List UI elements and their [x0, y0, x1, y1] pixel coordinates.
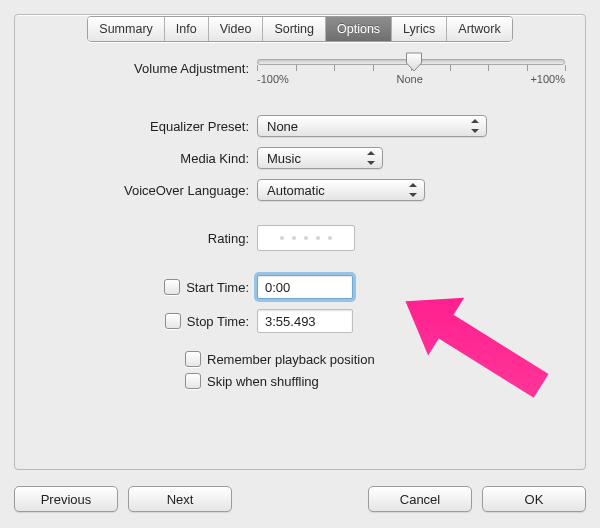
- start-time-value: 0:00: [265, 280, 290, 295]
- slider-max-label: +100%: [530, 73, 565, 87]
- tab-label: Options: [337, 22, 380, 36]
- slider-mid-label: None: [396, 73, 422, 87]
- rating-dot: [328, 236, 332, 240]
- updown-arrows-icon: [408, 183, 418, 197]
- equalizer-select[interactable]: None: [257, 115, 487, 137]
- tab-label: Video: [220, 22, 252, 36]
- tab-sorting[interactable]: Sorting: [263, 17, 326, 41]
- media-kind-label: Media Kind:: [29, 151, 257, 166]
- updown-arrows-icon: [470, 119, 480, 133]
- skip-shuffling-checkbox[interactable]: [185, 373, 201, 389]
- cancel-button[interactable]: Cancel: [368, 486, 472, 512]
- stop-time-checkbox[interactable]: [165, 313, 181, 329]
- button-label: OK: [525, 492, 544, 507]
- options-form: Volume Adjustment:: [29, 51, 571, 455]
- tab-label: Sorting: [274, 22, 314, 36]
- rating-dot: [280, 236, 284, 240]
- ok-button[interactable]: OK: [482, 486, 586, 512]
- media-kind-value: Music: [267, 151, 301, 166]
- previous-button[interactable]: Previous: [14, 486, 118, 512]
- dialog-button-bar: Previous Next Cancel OK: [14, 484, 586, 514]
- remember-position-checkbox[interactable]: [185, 351, 201, 367]
- tab-video[interactable]: Video: [209, 17, 264, 41]
- tab-options[interactable]: Options: [326, 17, 392, 41]
- tab-label: Lyrics: [403, 22, 435, 36]
- slider-thumb[interactable]: [406, 52, 423, 72]
- rating-dot: [292, 236, 296, 240]
- start-time-checkbox[interactable]: [164, 279, 180, 295]
- tab-info[interactable]: Info: [165, 17, 209, 41]
- remember-position-label: Remember playback position: [207, 352, 375, 367]
- rating-label: Rating:: [29, 231, 257, 246]
- button-label: Previous: [41, 492, 92, 507]
- next-button[interactable]: Next: [128, 486, 232, 512]
- stop-time-value: 3:55.493: [265, 314, 316, 329]
- tab-strip: Summary Info Video Sorting Options Lyric…: [87, 16, 512, 42]
- tab-label: Artwork: [458, 22, 500, 36]
- equalizer-label: Equalizer Preset:: [29, 119, 257, 134]
- stop-time-label-group: Stop Time:: [29, 313, 257, 329]
- tab-label: Info: [176, 22, 197, 36]
- tab-bar: Summary Info Video Sorting Options Lyric…: [15, 14, 585, 42]
- stop-time-field[interactable]: 3:55.493: [257, 309, 353, 333]
- options-dialog: Summary Info Video Sorting Options Lyric…: [14, 14, 586, 470]
- button-label: Cancel: [400, 492, 440, 507]
- equalizer-value: None: [267, 119, 298, 134]
- rating-dot: [316, 236, 320, 240]
- slider-min-label: -100%: [257, 73, 289, 87]
- start-time-field[interactable]: 0:00: [257, 275, 353, 299]
- button-label: Next: [167, 492, 194, 507]
- tab-summary[interactable]: Summary: [88, 17, 164, 41]
- stop-time-label: Stop Time:: [187, 314, 249, 329]
- start-time-label-group: Start Time:: [29, 279, 257, 295]
- rating-dot: [304, 236, 308, 240]
- slider-scale-labels: -100% None +100%: [257, 73, 565, 87]
- tab-label: Summary: [99, 22, 152, 36]
- voiceover-value: Automatic: [267, 183, 325, 198]
- voiceover-label: VoiceOver Language:: [29, 183, 257, 198]
- media-kind-select[interactable]: Music: [257, 147, 383, 169]
- rating-control[interactable]: [257, 225, 355, 251]
- tab-artwork[interactable]: Artwork: [447, 17, 511, 41]
- skip-shuffling-label: Skip when shuffling: [207, 374, 319, 389]
- updown-arrows-icon: [366, 151, 376, 165]
- volume-label: Volume Adjustment:: [29, 61, 257, 76]
- start-time-label: Start Time:: [186, 280, 249, 295]
- voiceover-select[interactable]: Automatic: [257, 179, 425, 201]
- volume-slider[interactable]: -100% None +100%: [257, 51, 571, 85]
- tab-lyrics[interactable]: Lyrics: [392, 17, 447, 41]
